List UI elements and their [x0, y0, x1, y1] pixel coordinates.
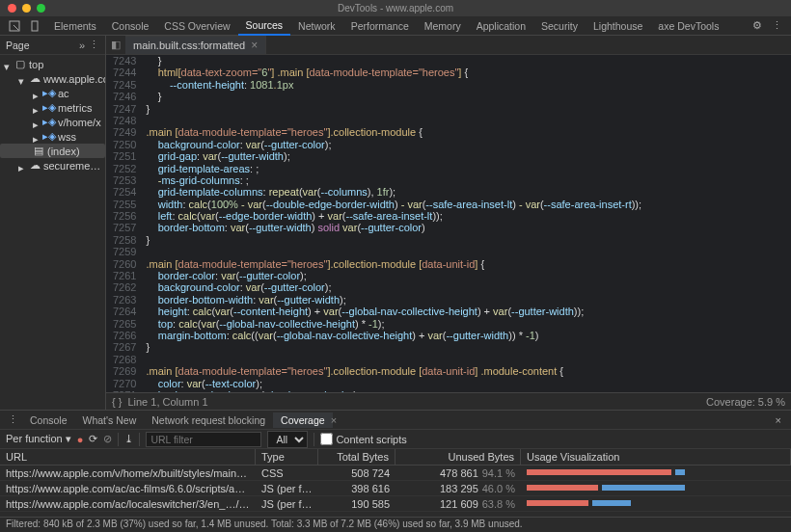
editor-tab-label: main.built.css:formatted	[133, 40, 245, 51]
tree-frame-top[interactable]: ▾▢top	[0, 57, 105, 71]
col-usage-viz[interactable]: Usage Visualization	[521, 449, 791, 465]
tree-folder[interactable]: ▸▸◈v/home/x	[0, 115, 105, 129]
editor-status-bar: { } Line 1, Column 1 Coverage: 5.9 %	[106, 392, 791, 410]
tree-folder[interactable]: ▸▸◈ac	[0, 86, 105, 100]
coverage-toolbar: Per function ▾ ● ⟳ ⊘ ⤓ All Content scrip…	[0, 430, 791, 449]
minimize-window-icon[interactable]	[22, 4, 31, 13]
more-icon[interactable]: ⋮	[89, 39, 99, 51]
export-icon[interactable]: ⤓	[124, 433, 133, 445]
panel-tab-sources[interactable]: Sources	[238, 16, 291, 36]
console-toggle-icon[interactable]: ⋮	[4, 412, 22, 428]
folder-icon: ▸◈	[43, 102, 55, 114]
filter-dropdown[interactable]: All	[267, 431, 308, 448]
per-function-dropdown[interactable]: Per function ▾	[6, 433, 71, 445]
frame-icon: ▢	[14, 59, 26, 70]
table-header: URL Type Total Bytes Unused Bytes Usage …	[0, 449, 791, 466]
panel-tab-lighthouse[interactable]: Lighthouse	[586, 17, 650, 35]
drawer-tab-console[interactable]: Console	[22, 412, 75, 428]
inspect-icon[interactable]	[4, 18, 25, 34]
folder-icon: ▸◈	[43, 131, 55, 143]
svg-rect-1	[32, 21, 38, 31]
tree-file-index[interactable]: ▤(index)	[0, 144, 105, 158]
more-icon[interactable]: ⋮	[767, 17, 787, 34]
panel-tab-elements[interactable]: Elements	[46, 17, 104, 35]
content-scripts-checkbox[interactable]: Content scripts	[320, 433, 406, 445]
table-row[interactable]: https://www.apple.com/v/home/x/built/sty…	[0, 466, 791, 481]
navigate-icon[interactable]: ◧	[106, 37, 125, 53]
cloud-icon: ☁	[29, 73, 41, 85]
tree-domain-other[interactable]: ▸☁securemetrics.app	[0, 158, 105, 173]
panel-tab-memory[interactable]: Memory	[417, 17, 469, 35]
window-controls	[0, 4, 45, 13]
drawer-tab-network-request-blocking[interactable]: Network request blocking	[144, 412, 273, 428]
braces-icon[interactable]: { }	[112, 396, 122, 408]
panel-tab-network[interactable]: Network	[290, 17, 343, 35]
reload-icon[interactable]: ⟳	[89, 433, 97, 445]
folder-icon: ▸◈	[43, 88, 55, 99]
maximize-window-icon[interactable]	[37, 4, 45, 13]
close-icon[interactable]: ×	[251, 39, 258, 52]
tree-domain[interactable]: ▾☁www.apple.com	[0, 71, 105, 86]
more-icon[interactable]: »	[79, 40, 85, 51]
table-row[interactable]: https://www.apple.com/ac/localeswitcher/…	[0, 496, 791, 512]
drawer-tab-coverage[interactable]: Coverage	[273, 412, 333, 428]
col-unused-bytes[interactable]: Unused Bytes	[396, 449, 521, 465]
table-row[interactable]: https://www.apple.com/ac/ac-films/6.6.0/…	[0, 481, 791, 496]
close-drawer-icon[interactable]: ×	[770, 412, 787, 428]
panel-tab-console[interactable]: Console	[104, 17, 157, 35]
code-area[interactable]: } html[data-text-zoom="6"] .main [data-m…	[142, 55, 791, 392]
drawer: ⋮ ConsoleWhat's NewNetwork request block…	[0, 410, 791, 532]
coverage-status: Coverage: 5.9 %	[706, 396, 785, 408]
col-url[interactable]: URL	[0, 449, 256, 465]
device-icon[interactable]	[25, 18, 46, 34]
folder-icon: ▸◈	[43, 117, 55, 128]
panel-tabs: ElementsConsoleCSS OverviewSourcesNetwor…	[0, 16, 791, 36]
coverage-table: URL Type Total Bytes Unused Bytes Usage …	[0, 449, 791, 517]
titlebar: DevTools - www.apple.com	[0, 0, 791, 16]
record-icon[interactable]: ●	[77, 434, 84, 445]
cloud-icon: ☁	[29, 160, 41, 172]
document-icon: ▤	[33, 146, 44, 157]
panel-tab-application[interactable]: Application	[469, 17, 533, 35]
drawer-tabs: ⋮ ConsoleWhat's NewNetwork request block…	[0, 411, 791, 430]
clear-icon[interactable]: ⊘	[103, 433, 112, 445]
panel-tab-performance[interactable]: Performance	[343, 17, 417, 35]
file-tree: ▾▢top ▾☁www.apple.com ▸▸◈ac▸▸◈metrics▸▸◈…	[0, 55, 105, 174]
drawer-tab-what's-new[interactable]: What's New	[75, 412, 145, 428]
sidebar-tab-page[interactable]: Page	[6, 40, 79, 51]
close-icon[interactable]: ×	[329, 412, 339, 428]
line-gutter: 7243724472457246724772487249725072517252…	[106, 55, 142, 392]
tree-folder[interactable]: ▸▸◈metrics	[0, 100, 105, 115]
coverage-footer: Filtered: 840 kB of 2.3 MB (37%) used so…	[0, 517, 791, 532]
panel-tab-security[interactable]: Security	[533, 17, 586, 35]
col-type[interactable]: Type	[256, 449, 318, 465]
window-title: DevTools - www.apple.com	[338, 3, 453, 13]
panel-tab-css-overview[interactable]: CSS Overview	[156, 17, 237, 35]
col-total-bytes[interactable]: Total Bytes	[318, 449, 396, 465]
cursor-position: Line 1, Column 1	[127, 396, 207, 408]
sidebar: Page » ⋮ ▾▢top ▾☁www.apple.com ▸▸◈ac▸▸◈m…	[0, 36, 106, 410]
panel-tab-axe-devtools[interactable]: axe DevTools	[650, 17, 726, 35]
editor-tab[interactable]: main.built.css:formatted ×	[125, 36, 266, 54]
close-window-icon[interactable]	[8, 4, 16, 13]
url-filter-input[interactable]	[146, 432, 261, 447]
editor-pane: ◧ main.built.css:formatted × 72437244724…	[106, 36, 791, 410]
tree-folder[interactable]: ▸▸◈wss	[0, 129, 105, 144]
settings-icon[interactable]: ⚙	[748, 17, 767, 34]
